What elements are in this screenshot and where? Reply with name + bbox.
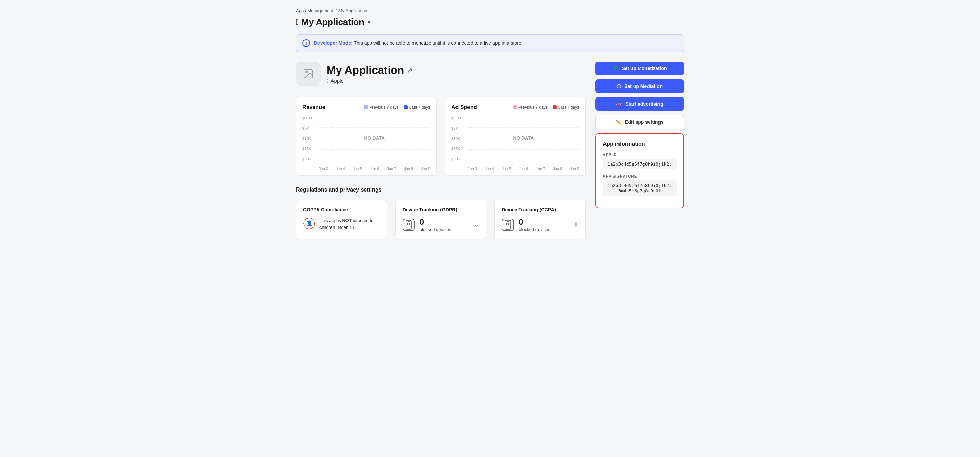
revenue-prev-dot — [364, 105, 368, 109]
advertising-icon: 📣 — [616, 101, 622, 107]
platform-label: Apple — [331, 78, 344, 84]
ccpa-download-icon[interactable]: ⇓ — [573, 221, 579, 228]
revenue-chart-header: Revenue Previous 7 days Last 7 days — [302, 104, 430, 110]
app-id-label: APP ID — [603, 153, 676, 157]
start-advertising-button[interactable]: 📣 Start advertising — [595, 97, 684, 111]
gdpr-count: 0 — [420, 217, 452, 227]
ccpa-phone-icon — [502, 219, 514, 231]
gdpr-content: 0 blocked devices ⇓ — [402, 217, 479, 232]
app-signature-value: 1a2b3c4d5e6f7g8h9i0j1k2l3m4n5o6p7q8r9s0t — [603, 180, 676, 196]
adspend-chart-legend: Previous 7 days Last 7 days — [512, 105, 579, 110]
adspend-no-data: NO DATA — [513, 136, 534, 141]
ccpa-count: 0 — [519, 217, 550, 227]
ccpa-title: Device Tracking (CCPA) — [502, 207, 579, 213]
app-id-field: APP ID 1a2b3c4d5e6f7g8h9i0j1k2l — [603, 153, 676, 169]
monetization-icon: 💲 — [612, 66, 618, 71]
breadcrumb-current: My Application — [339, 8, 368, 13]
revenue-y-labels: $20K$15K$10K$5K$0.00 — [302, 116, 317, 161]
gdpr-label: blocked devices — [420, 227, 452, 232]
ccpa-card: Device Tracking (CCPA) — [495, 200, 585, 239]
app-signature-field: APP SIGNATURE 1a2b3c4d5e6f7g8h9i0j1k2l3m… — [603, 174, 676, 196]
ccpa-label: blocked devices — [519, 227, 550, 232]
app-information-card: App information APP ID 1a2b3c4d5e6f7g8h9… — [595, 133, 684, 208]
app-identity: My Application ↗  Apple — [296, 62, 585, 86]
adspend-prev-dot — [512, 105, 517, 109]
adspend-chart-header: Ad Spend Previous 7 days Last 7 days — [452, 104, 579, 110]
banner-text: Developer Mode: This app will not be abl… — [314, 40, 523, 46]
external-link-icon[interactable]: ↗ — [407, 67, 412, 74]
adspend-last-dot — [552, 105, 557, 109]
coppa-title: COPPA Compliance — [303, 207, 380, 213]
gdpr-stats: 0 blocked devices — [420, 217, 452, 232]
adspend-chart-area: $20K$15K$10K$5K$0.00 NO DATA Jan 3Jan 4J… — [452, 116, 579, 171]
revenue-chart-title: Revenue — [302, 104, 325, 110]
adspend-chart-title: Ad Spend — [452, 104, 477, 110]
revenue-legend-last: Last 7 days — [404, 105, 430, 110]
page-title: My Application — [301, 17, 364, 27]
breadcrumb: Apps Management / My Application — [296, 8, 684, 13]
revenue-chart-legend: Previous 7 days Last 7 days — [364, 105, 430, 110]
revenue-no-data: NO DATA — [364, 136, 385, 141]
setup-mediation-button[interactable]: ⬡ Set up Mediation — [595, 79, 684, 93]
gdpr-title: Device Tracking (GDPR) — [402, 207, 479, 213]
edit-app-settings-button[interactable]: ✏️ Edit app settings — [595, 115, 684, 129]
banner-label: Developer Mode: — [314, 40, 353, 46]
app-icon — [296, 62, 320, 86]
ccpa-stats: 0 blocked devices — [519, 217, 550, 232]
app-header:  My Application ▾ — [296, 17, 684, 27]
edit-icon: ✏️ — [616, 119, 622, 125]
adspend-x-labels: Jan 3Jan 4Jan 5Jan 6Jan 7Jan 8Jan 9 — [468, 166, 579, 171]
revenue-legend-prev: Previous 7 days — [364, 105, 398, 110]
app-info-title: App information — [603, 141, 676, 147]
revenue-chart-grid: NO DATA — [319, 116, 430, 161]
developer-mode-banner: ! Developer Mode: This app will not be a… — [296, 34, 684, 52]
adspend-chart-grid: NO DATA — [468, 116, 579, 161]
app-info-identity: My Application ↗  Apple — [327, 64, 412, 84]
app-signature-label: APP SIGNATURE — [603, 174, 676, 178]
coppa-icon: 👤 — [303, 217, 315, 230]
privacy-row: COPPA Compliance 👤 This app is NOT — [296, 200, 585, 239]
coppa-content: 👤 This app is NOT directed to children u… — [303, 217, 380, 230]
app-name-text: My Application — [327, 64, 404, 77]
apple-logo-icon:  — [296, 18, 299, 27]
adspend-y-labels: $20K$15K$10K$5K$0.00 — [452, 116, 466, 161]
regulations-section-title: Regulations and privacy settings — [296, 187, 585, 193]
revenue-chart-card: Revenue Previous 7 days Last 7 days — [296, 97, 437, 176]
info-icon: ! — [302, 39, 310, 47]
content-area: My Application ↗  Apple Revenue — [296, 62, 585, 239]
adspend-chart-card: Ad Spend Previous 7 days Last 7 days — [445, 97, 585, 176]
chevron-down-icon[interactable]: ▾ — [368, 19, 371, 25]
svg-text:👤: 👤 — [307, 220, 313, 226]
adspend-legend-prev: Previous 7 days — [512, 105, 547, 110]
revenue-chart-area: $20K$15K$10K$5K$0.00 NO DATA Jan 3Jan 4J… — [302, 116, 430, 171]
coppa-text: This app is NOT directed to children und… — [320, 217, 380, 230]
charts-row: Revenue Previous 7 days Last 7 days — [296, 97, 585, 176]
breadcrumb-parent[interactable]: Apps Management — [296, 8, 333, 13]
setup-monetization-button[interactable]: 💲 Set up Monetization — [595, 62, 684, 75]
gdpr-phone-icon — [402, 219, 415, 231]
regulations-section: Regulations and privacy settings COPPA C… — [296, 187, 585, 239]
platform-apple-icon:  — [327, 78, 328, 84]
mediation-icon: ⬡ — [617, 83, 621, 89]
revenue-x-labels: Jan 3Jan 4Jan 5Jan 6Jan 7Jan 8Jan 9 — [319, 166, 430, 171]
ccpa-content: 0 blocked devices ⇓ — [502, 217, 579, 232]
sidebar: 💲 Set up Monetization ⬡ Set up Mediation… — [595, 62, 684, 208]
adspend-legend-last: Last 7 days — [552, 105, 579, 110]
revenue-last-dot — [404, 105, 408, 109]
svg-point-1 — [306, 72, 307, 73]
gdpr-card: Device Tracking (GDPR) — [395, 200, 487, 239]
gdpr-download-icon[interactable]: ⇓ — [474, 221, 479, 228]
coppa-card: COPPA Compliance 👤 This app is NOT — [296, 200, 387, 239]
breadcrumb-separator: / — [335, 8, 337, 13]
app-id-value: 1a2b3c4d5e6f7g8h9i0j1k2l — [603, 159, 676, 169]
